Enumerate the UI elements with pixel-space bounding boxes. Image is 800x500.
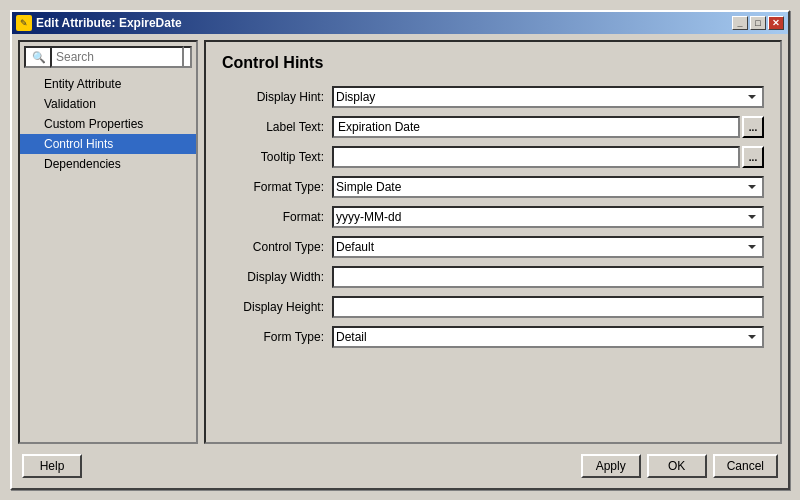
tooltip-text-row: Tooltip Text: ... — [222, 146, 764, 168]
display-height-row: Display Height: — [222, 296, 764, 318]
main-window: ✎ Edit Attribute: ExpireDate _ □ ✕ 🔍 Ent… — [10, 10, 790, 490]
footer-right-buttons: Apply OK Cancel — [581, 454, 778, 478]
label-text-input[interactable] — [332, 116, 740, 138]
tooltip-text-browse-button[interactable]: ... — [742, 146, 764, 168]
display-hint-select[interactable]: Display Hidden Read Only — [332, 86, 764, 108]
nav-items: Entity Attribute Validation Custom Prope… — [20, 72, 196, 176]
label-text-control: ... — [332, 116, 764, 138]
tooltip-text-label: Tooltip Text: — [222, 150, 332, 164]
maximize-button[interactable]: □ — [750, 16, 766, 30]
format-type-select[interactable]: Simple Date Long Date Short Date — [332, 176, 764, 198]
control-type-row: Control Type: Default Calendar Text — [222, 236, 764, 258]
format-control: yyyy-MM-dd MM/dd/yyyy dd-MM-yyyy — [332, 206, 764, 228]
display-width-row: Display Width: — [222, 266, 764, 288]
form-type-select[interactable]: Detail Summary Both — [332, 326, 764, 348]
format-label: Format: — [222, 210, 332, 224]
sidebar-item-validation[interactable]: Validation — [20, 94, 196, 114]
control-type-control: Default Calendar Text — [332, 236, 764, 258]
sidebar-item-dependencies[interactable]: Dependencies — [20, 154, 196, 174]
ok-button[interactable]: OK — [647, 454, 707, 478]
window-icon: ✎ — [16, 15, 32, 31]
format-type-control: Simple Date Long Date Short Date — [332, 176, 764, 198]
form-type-label: Form Type: — [222, 330, 332, 344]
format-type-row: Format Type: Simple Date Long Date Short… — [222, 176, 764, 198]
control-type-label: Control Type: — [222, 240, 332, 254]
label-text-row: Label Text: ... — [222, 116, 764, 138]
format-row: Format: yyyy-MM-dd MM/dd/yyyy dd-MM-yyyy — [222, 206, 764, 228]
title-bar: ✎ Edit Attribute: ExpireDate _ □ ✕ — [12, 12, 788, 34]
apply-button[interactable]: Apply — [581, 454, 641, 478]
sidebar-item-control-hints[interactable]: Control Hints — [20, 134, 196, 154]
form-type-control: Detail Summary Both — [332, 326, 764, 348]
tooltip-text-control: ... — [332, 146, 764, 168]
display-height-label: Display Height: — [222, 300, 332, 314]
tooltip-text-input[interactable] — [332, 146, 740, 168]
content-area: Control Hints Display Hint: Display Hidd… — [204, 40, 782, 444]
main-area: 🔍 Entity Attribute Validation Custom Pro… — [18, 40, 782, 444]
sidebar: 🔍 Entity Attribute Validation Custom Pro… — [18, 40, 198, 444]
content-title: Control Hints — [222, 54, 764, 72]
window-body: 🔍 Entity Attribute Validation Custom Pro… — [12, 34, 788, 488]
control-type-select[interactable]: Default Calendar Text — [332, 236, 764, 258]
window-title: Edit Attribute: ExpireDate — [36, 16, 182, 30]
display-width-control — [332, 266, 764, 288]
format-select[interactable]: yyyy-MM-dd MM/dd/yyyy dd-MM-yyyy — [332, 206, 764, 228]
display-height-control — [332, 296, 764, 318]
label-text-label: Label Text: — [222, 120, 332, 134]
format-type-label: Format Type: — [222, 180, 332, 194]
search-box[interactable]: 🔍 — [24, 46, 192, 68]
display-height-input[interactable] — [332, 296, 764, 318]
help-button[interactable]: Help — [22, 454, 82, 478]
footer: Help Apply OK Cancel — [18, 450, 782, 482]
title-buttons: _ □ ✕ — [732, 16, 784, 30]
label-text-browse-button[interactable]: ... — [742, 116, 764, 138]
minimize-button[interactable]: _ — [732, 16, 748, 30]
close-button[interactable]: ✕ — [768, 16, 784, 30]
search-icon: 🔍 — [32, 51, 46, 64]
title-bar-left: ✎ Edit Attribute: ExpireDate — [16, 15, 182, 31]
display-width-input[interactable] — [332, 266, 764, 288]
search-input[interactable] — [50, 46, 184, 68]
sidebar-item-entity-attribute[interactable]: Entity Attribute — [20, 74, 196, 94]
cancel-button[interactable]: Cancel — [713, 454, 778, 478]
display-width-label: Display Width: — [222, 270, 332, 284]
display-hint-control: Display Hidden Read Only — [332, 86, 764, 108]
display-hint-label: Display Hint: — [222, 90, 332, 104]
sidebar-item-custom-properties[interactable]: Custom Properties — [20, 114, 196, 134]
display-hint-row: Display Hint: Display Hidden Read Only — [222, 86, 764, 108]
form-type-row: Form Type: Detail Summary Both — [222, 326, 764, 348]
